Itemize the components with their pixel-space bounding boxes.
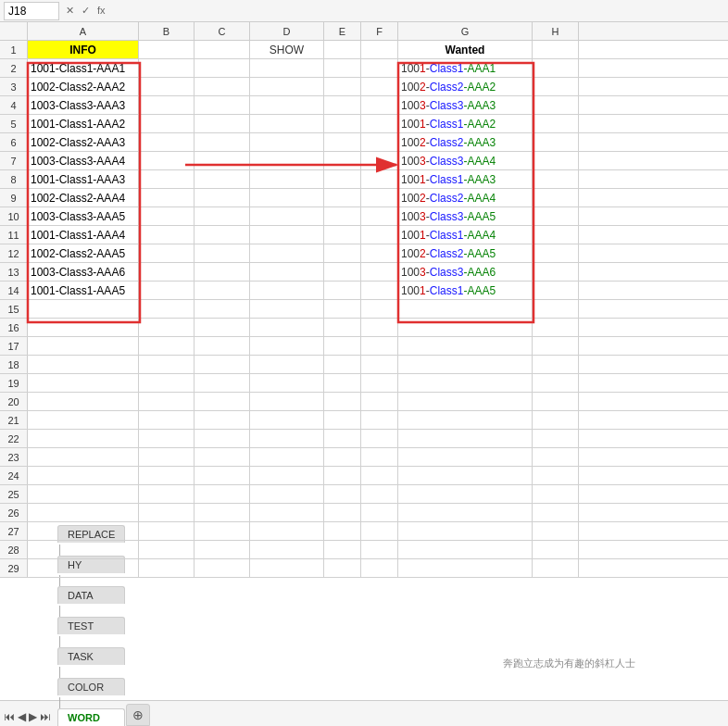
cell-C10[interactable] bbox=[195, 207, 250, 225]
cell-C17[interactable] bbox=[195, 337, 250, 355]
cell-D3[interactable] bbox=[250, 78, 324, 95]
cell-A27[interactable] bbox=[28, 522, 139, 540]
cell-G15[interactable] bbox=[398, 300, 533, 318]
cell-A18[interactable] bbox=[28, 356, 139, 373]
cell-C20[interactable] bbox=[195, 393, 250, 410]
cell-A3[interactable]: 1002-Class2-AAA2 bbox=[28, 78, 139, 95]
cell-G18[interactable] bbox=[398, 356, 533, 373]
cell-G7[interactable]: 1003-Class3-AAA4 bbox=[398, 152, 533, 169]
cell-D9[interactable] bbox=[250, 189, 324, 207]
cell-E29[interactable] bbox=[324, 559, 361, 577]
cell-F1[interactable] bbox=[361, 41, 398, 58]
cell-H18[interactable] bbox=[533, 356, 579, 373]
cell-G16[interactable] bbox=[398, 319, 533, 336]
cell-E6[interactable] bbox=[324, 133, 361, 151]
cell-D21[interactable] bbox=[250, 411, 324, 429]
cell-E9[interactable] bbox=[324, 189, 361, 207]
cell-C29[interactable] bbox=[195, 559, 250, 577]
cell-D27[interactable] bbox=[250, 522, 324, 540]
cell-B5[interactable] bbox=[139, 115, 195, 132]
cell-D25[interactable] bbox=[250, 485, 324, 503]
cell-A17[interactable] bbox=[28, 337, 139, 355]
cell-H13[interactable] bbox=[533, 263, 579, 281]
cell-B22[interactable] bbox=[139, 430, 195, 447]
cell-G26[interactable] bbox=[398, 504, 533, 521]
cell-D7[interactable] bbox=[250, 152, 324, 169]
cell-D11[interactable] bbox=[250, 226, 324, 244]
cell-E16[interactable] bbox=[324, 319, 361, 336]
cell-F8[interactable] bbox=[361, 170, 398, 188]
cell-G17[interactable] bbox=[398, 337, 533, 355]
cell-D29[interactable] bbox=[250, 559, 324, 577]
cell-A4[interactable]: 1003-Class3-AAA3 bbox=[28, 96, 139, 114]
cell-C2[interactable] bbox=[195, 59, 250, 77]
cell-B1[interactable] bbox=[139, 41, 195, 58]
cell-H8[interactable] bbox=[533, 170, 579, 188]
cell-H10[interactable] bbox=[533, 207, 579, 225]
cell-G5[interactable]: 1001-Class1-AAA2 bbox=[398, 115, 533, 132]
cell-B18[interactable] bbox=[139, 356, 195, 373]
cell-B24[interactable] bbox=[139, 467, 195, 484]
cell-G1[interactable]: Wanted bbox=[398, 41, 533, 58]
cell-H3[interactable] bbox=[533, 78, 579, 95]
cell-A26[interactable] bbox=[28, 504, 139, 521]
cell-D28[interactable] bbox=[250, 541, 324, 558]
cell-E14[interactable] bbox=[324, 282, 361, 299]
cell-C15[interactable] bbox=[195, 300, 250, 318]
cell-E17[interactable] bbox=[324, 337, 361, 355]
cell-A15[interactable] bbox=[28, 300, 139, 318]
cell-H5[interactable] bbox=[533, 115, 579, 132]
cell-F26[interactable] bbox=[361, 504, 398, 521]
cell-H11[interactable] bbox=[533, 226, 579, 244]
cell-E15[interactable] bbox=[324, 300, 361, 318]
cell-C1[interactable] bbox=[195, 41, 250, 58]
cell-C4[interactable] bbox=[195, 96, 250, 114]
cell-C11[interactable] bbox=[195, 226, 250, 244]
tab-nav-right[interactable]: ▶ bbox=[29, 710, 37, 723]
cell-D26[interactable] bbox=[250, 504, 324, 521]
cell-H20[interactable] bbox=[533, 393, 579, 410]
add-sheet-button[interactable]: ⊕ bbox=[126, 704, 150, 726]
cell-H17[interactable] bbox=[533, 337, 579, 355]
cell-C12[interactable] bbox=[195, 244, 250, 262]
cell-H22[interactable] bbox=[533, 430, 579, 447]
cell-C27[interactable] bbox=[195, 522, 250, 540]
cell-B6[interactable] bbox=[139, 133, 195, 151]
cell-E21[interactable] bbox=[324, 411, 361, 429]
cell-F2[interactable] bbox=[361, 59, 398, 77]
cell-A14[interactable]: 1001-Class1-AAA5 bbox=[28, 282, 139, 299]
cell-C19[interactable] bbox=[195, 374, 250, 392]
cell-H15[interactable] bbox=[533, 300, 579, 318]
col-header-F[interactable]: F bbox=[361, 22, 398, 40]
cell-B12[interactable] bbox=[139, 244, 195, 262]
cell-D14[interactable] bbox=[250, 282, 324, 299]
cell-G8[interactable]: 1001-Class1-AAA3 bbox=[398, 170, 533, 188]
cell-G3[interactable]: 1002-Class2-AAA2 bbox=[398, 78, 533, 95]
cell-E3[interactable] bbox=[324, 78, 361, 95]
cell-G2[interactable]: 1001-Class1-AAA1 bbox=[398, 59, 533, 77]
cell-B20[interactable] bbox=[139, 393, 195, 410]
cell-C5[interactable] bbox=[195, 115, 250, 132]
cell-H25[interactable] bbox=[533, 485, 579, 503]
cell-H9[interactable] bbox=[533, 189, 579, 207]
cell-A2[interactable]: 1001-Class1-AAA1 bbox=[28, 59, 139, 77]
cell-D4[interactable] bbox=[250, 96, 324, 114]
cell-A8[interactable]: 1001-Class1-AAA3 bbox=[28, 170, 139, 188]
cell-A6[interactable]: 1002-Class2-AAA3 bbox=[28, 133, 139, 151]
col-header-E[interactable]: E bbox=[324, 22, 361, 40]
cell-B9[interactable] bbox=[139, 189, 195, 207]
cell-A11[interactable]: 1001-Class1-AAA4 bbox=[28, 226, 139, 244]
cell-F28[interactable] bbox=[361, 541, 398, 558]
cell-D24[interactable] bbox=[250, 467, 324, 484]
cell-B27[interactable] bbox=[139, 522, 195, 540]
cell-C24[interactable] bbox=[195, 467, 250, 484]
cell-F24[interactable] bbox=[361, 467, 398, 484]
cell-E22[interactable] bbox=[324, 430, 361, 447]
cell-D16[interactable] bbox=[250, 319, 324, 336]
cell-F23[interactable] bbox=[361, 448, 398, 466]
cell-D17[interactable] bbox=[250, 337, 324, 355]
cell-C26[interactable] bbox=[195, 504, 250, 521]
cell-A21[interactable] bbox=[28, 411, 139, 429]
cell-E1[interactable] bbox=[324, 41, 361, 58]
cell-H29[interactable] bbox=[533, 559, 579, 577]
